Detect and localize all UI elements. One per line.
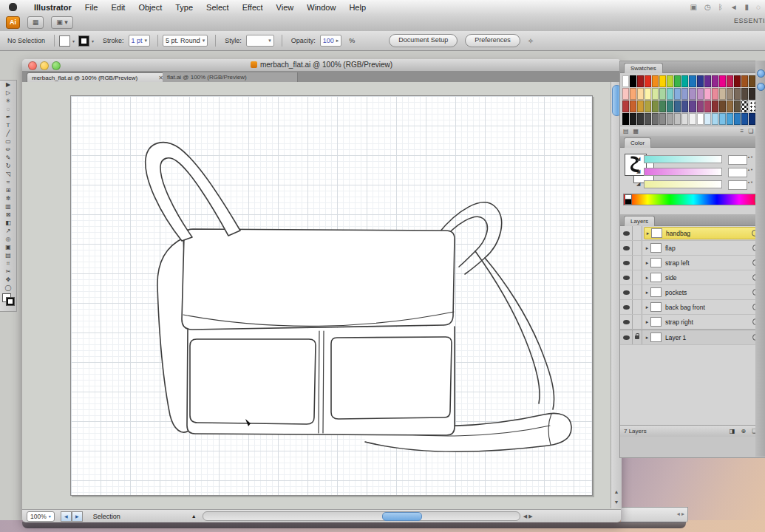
control-panel-menu-icon[interactable]: ✧ bbox=[528, 37, 534, 45]
swatch-libraries-icon[interactable]: ▤ bbox=[623, 128, 629, 134]
stroke-weight-dropdown[interactable]: 1 pt ▾ bbox=[129, 35, 151, 47]
swatch-3-9[interactable] bbox=[689, 113, 696, 125]
visibility-cell[interactable] bbox=[620, 241, 633, 255]
swatch-3-8[interactable] bbox=[681, 113, 688, 125]
opacity-field[interactable]: 100 ▸ bbox=[320, 35, 342, 47]
stroke-color-swatch[interactable] bbox=[78, 35, 89, 47]
live-paint-bucket-tool[interactable]: ▣ bbox=[0, 243, 16, 251]
swatch-2-14[interactable] bbox=[727, 100, 733, 112]
layer-row-band[interactable]: ▸strap right bbox=[644, 316, 763, 328]
arrange-documents-button[interactable]: ▣ ▾ bbox=[51, 16, 73, 29]
disclosure-triangle-icon[interactable]: ▸ bbox=[644, 304, 650, 310]
swatch-2-2[interactable] bbox=[637, 100, 644, 112]
swatch-3-17[interactable] bbox=[749, 113, 755, 125]
menu-view[interactable]: View bbox=[270, 3, 301, 12]
layer-row-Layer-1[interactable]: ▸Layer 1 bbox=[620, 330, 764, 345]
disclosure-triangle-icon[interactable]: ▸ bbox=[644, 335, 650, 341]
swatch-0-5[interactable] bbox=[659, 75, 666, 87]
swatches-tab[interactable]: Swatches bbox=[624, 63, 663, 73]
swatch-2-4[interactable] bbox=[652, 100, 659, 112]
visibility-cell[interactable] bbox=[620, 226, 633, 240]
swatch-3-0[interactable] bbox=[622, 113, 629, 125]
menu-window[interactable]: Window bbox=[300, 3, 342, 12]
clipping-mask-icon[interactable]: ◨ bbox=[730, 428, 735, 434]
color-slider-2[interactable] bbox=[644, 180, 722, 188]
disclosure-triangle-icon[interactable]: ▸ bbox=[644, 275, 650, 281]
color-slider-1[interactable] bbox=[644, 168, 722, 176]
menu-file[interactable]: File bbox=[78, 3, 105, 12]
brush-dropdown[interactable]: 5 pt. Round ▾ bbox=[163, 35, 208, 47]
direct-selection-tool[interactable]: ▷ bbox=[0, 89, 16, 97]
slider-stepper-0[interactable]: ▲▼ bbox=[747, 155, 752, 163]
horizontal-scrollbar[interactable] bbox=[203, 511, 520, 521]
visibility-cell[interactable] bbox=[620, 270, 633, 284]
document-tab-active[interactable]: merbach_flat.ai @ 100% (RGB/Preview) ✕ bbox=[27, 72, 169, 83]
layer-row-back-bag-front[interactable]: ▸back bag front bbox=[620, 300, 764, 315]
magic-wand-tool[interactable]: ✳ bbox=[0, 97, 16, 105]
dock-expand-button[interactable] bbox=[757, 83, 765, 91]
swatch-0-17[interactable] bbox=[749, 75, 755, 87]
scroll-down-icon[interactable]: ▼ bbox=[612, 497, 621, 507]
canvas[interactable] bbox=[22, 82, 611, 508]
swatch-1-4[interactable] bbox=[652, 88, 659, 100]
eyedropper-tool[interactable]: ↗ bbox=[0, 227, 16, 235]
swatch-1-16[interactable] bbox=[741, 88, 748, 100]
free-transform-tool[interactable]: ⊞ bbox=[0, 186, 16, 194]
swatch-0-13[interactable] bbox=[719, 75, 726, 87]
lasso-tool[interactable]: ◌ bbox=[0, 105, 16, 113]
swatch-2-3[interactable] bbox=[645, 100, 651, 112]
selection-tool[interactable]: ▶ bbox=[0, 81, 16, 89]
swatch-2-12[interactable] bbox=[712, 100, 718, 112]
scale-tool[interactable]: ◹ bbox=[0, 170, 16, 178]
visibility-cell[interactable] bbox=[620, 300, 633, 314]
zoom-level-dropdown[interactable]: 100% ▾ bbox=[27, 511, 55, 522]
layer-row-flap[interactable]: ▸flap bbox=[620, 241, 764, 256]
new-swatch-icon[interactable]: ❏ bbox=[748, 128, 753, 134]
swatch-0-4[interactable] bbox=[652, 75, 659, 87]
visibility-cell[interactable] bbox=[620, 256, 633, 270]
pencil-tool[interactable]: ✎ bbox=[0, 154, 16, 162]
swatch-1-0[interactable] bbox=[622, 88, 629, 100]
menu-type[interactable]: Type bbox=[169, 3, 200, 12]
swatch-2-7[interactable] bbox=[674, 100, 681, 112]
scroll-up-icon[interactable]: ▲ bbox=[612, 487, 621, 497]
edit-cell[interactable] bbox=[633, 285, 642, 299]
swatch-1-10[interactable] bbox=[697, 88, 704, 100]
swatch-0-9[interactable] bbox=[689, 75, 696, 87]
background-window-scroll-arrows[interactable]: ◂ ▸ bbox=[677, 511, 684, 517]
document-tab-inactive[interactable]: flat.ai @ 100% (RGB/Preview) bbox=[163, 72, 298, 82]
artboard[interactable] bbox=[70, 95, 593, 496]
disclosure-triangle-icon[interactable]: ▸ bbox=[645, 231, 651, 236]
menu-illustrator[interactable]: Illustrator bbox=[27, 3, 78, 12]
blend-tool[interactable]: ◎ bbox=[0, 235, 16, 243]
swatch-3-3[interactable] bbox=[645, 113, 651, 125]
spotlight-icon[interactable]: ◌ bbox=[756, 3, 761, 11]
swatch-3-1[interactable] bbox=[630, 113, 636, 125]
color-spectrum-ramp[interactable] bbox=[623, 194, 764, 205]
swatch-1-8[interactable] bbox=[681, 88, 688, 100]
stroke-caret-icon[interactable]: ▾ bbox=[92, 38, 94, 44]
swatch-3-5[interactable] bbox=[659, 113, 666, 125]
window-titlebar[interactable]: merbach_flat.ai @ 100% (RGB/Preview) bbox=[22, 59, 621, 72]
fill-caret-icon[interactable]: ▾ bbox=[72, 38, 75, 44]
bluetooth-icon[interactable]: ᛒ bbox=[718, 3, 723, 11]
swatch-1-15[interactable] bbox=[734, 88, 741, 100]
battery-icon[interactable]: ▮ bbox=[745, 3, 749, 11]
zoom-tool[interactable]: ◯ bbox=[0, 284, 16, 292]
swatch-3-15[interactable] bbox=[734, 113, 741, 125]
swatch-1-9[interactable] bbox=[689, 88, 696, 100]
line-tool[interactable]: ╱ bbox=[0, 129, 16, 137]
swatch-0-16[interactable] bbox=[741, 75, 748, 87]
color-panel-header[interactable]: Color ≡ bbox=[620, 136, 765, 148]
edit-cell[interactable] bbox=[633, 270, 642, 284]
live-paint-selection-tool[interactable]: ▤ bbox=[0, 251, 16, 259]
layer-row-band[interactable]: ▸flap bbox=[644, 242, 763, 254]
visibility-cell[interactable] bbox=[620, 315, 633, 329]
swatch-0-2[interactable] bbox=[637, 75, 644, 87]
swatch-1-6[interactable] bbox=[667, 88, 673, 100]
rectangle-tool[interactable]: ▭ bbox=[0, 137, 16, 146]
clock-icon[interactable]: ◷ bbox=[704, 3, 711, 11]
swatch-3-2[interactable] bbox=[637, 113, 644, 125]
swatch-0-1[interactable] bbox=[630, 75, 636, 87]
slice-tool[interactable]: ✂ bbox=[0, 267, 16, 276]
